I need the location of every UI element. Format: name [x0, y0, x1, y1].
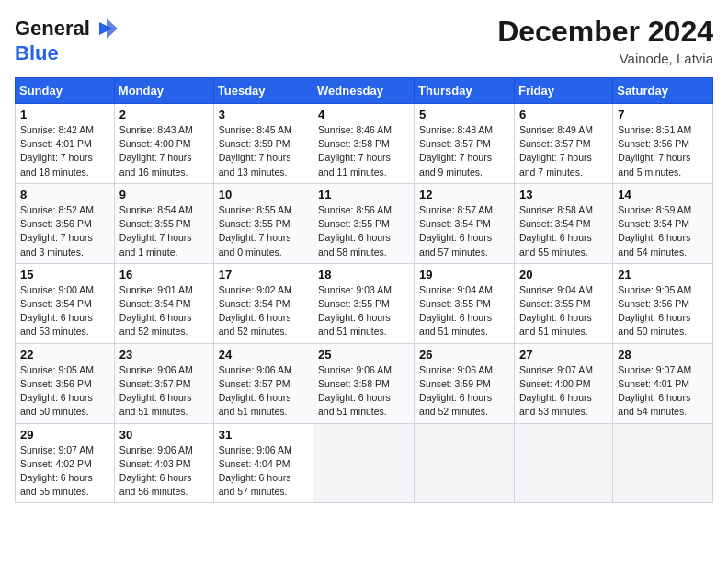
calendar-cell: 4Sunrise: 8:46 AMSunset: 3:58 PMDaylight…	[313, 104, 415, 184]
svg-marker-1	[107, 18, 118, 39]
day-info: Sunrise: 8:46 AMSunset: 3:58 PMDaylight:…	[318, 123, 409, 179]
day-number: 29	[20, 428, 109, 442]
day-info: Sunrise: 9:07 AMSunset: 4:01 PMDaylight:…	[618, 363, 708, 419]
day-number: 13	[519, 188, 608, 201]
day-info: Sunrise: 8:54 AMSunset: 3:55 PMDaylight:…	[119, 203, 209, 259]
day-info: Sunrise: 8:55 AMSunset: 3:55 PMDaylight:…	[219, 203, 308, 259]
day-number: 7	[618, 108, 708, 121]
day-number: 4	[318, 108, 409, 121]
day-info: Sunrise: 9:04 AMSunset: 3:55 PMDaylight:…	[419, 283, 509, 339]
day-info: Sunrise: 9:03 AMSunset: 3:55 PMDaylight:…	[318, 283, 409, 339]
day-number: 12	[419, 188, 509, 201]
calendar-cell: 9Sunrise: 8:54 AMSunset: 3:55 PMDaylight…	[114, 183, 213, 263]
day-number: 23	[119, 348, 209, 362]
day-number: 26	[419, 348, 509, 362]
day-number: 28	[618, 348, 708, 362]
day-info: Sunrise: 9:06 AMSunset: 3:57 PMDaylight:…	[219, 363, 308, 419]
day-number: 10	[219, 188, 308, 201]
day-number: 8	[20, 188, 109, 201]
month-title: December 2024	[497, 15, 713, 49]
calendar-cell: 28Sunrise: 9:07 AMSunset: 4:01 PMDayligh…	[613, 343, 713, 423]
week-row-3: 15Sunrise: 9:00 AMSunset: 3:54 PMDayligh…	[16, 263, 713, 343]
page-header: General Blue December 2024 Vainode, Latv…	[15, 15, 713, 66]
day-number: 27	[519, 348, 608, 362]
calendar-cell	[313, 423, 415, 503]
calendar-header-row: SundayMondayTuesdayWednesdayThursdayFrid…	[16, 78, 713, 104]
day-number: 5	[419, 108, 509, 121]
location: Vainode, Latvia	[497, 51, 713, 66]
day-info: Sunrise: 8:56 AMSunset: 3:55 PMDaylight:…	[318, 203, 409, 259]
day-number: 16	[119, 268, 209, 282]
day-info: Sunrise: 9:05 AMSunset: 3:56 PMDaylight:…	[20, 363, 109, 419]
logo-text: General	[15, 17, 90, 40]
day-info: Sunrise: 8:49 AMSunset: 3:57 PMDaylight:…	[519, 123, 608, 179]
calendar-cell	[415, 423, 515, 503]
header-friday: Friday	[514, 78, 612, 104]
calendar-cell: 31Sunrise: 9:06 AMSunset: 4:04 PMDayligh…	[213, 423, 313, 503]
header-thursday: Thursday	[415, 78, 515, 104]
day-info: Sunrise: 9:06 AMSunset: 4:04 PMDaylight:…	[219, 443, 308, 500]
calendar-cell: 7Sunrise: 8:51 AMSunset: 3:56 PMDaylight…	[613, 104, 713, 184]
calendar-cell: 17Sunrise: 9:02 AMSunset: 3:54 PMDayligh…	[213, 263, 313, 343]
logo-icon	[92, 15, 119, 42]
day-number: 2	[119, 108, 209, 121]
day-info: Sunrise: 8:45 AMSunset: 3:59 PMDaylight:…	[219, 123, 308, 179]
calendar-cell: 26Sunrise: 9:06 AMSunset: 3:59 PMDayligh…	[415, 343, 515, 423]
day-info: Sunrise: 9:00 AMSunset: 3:54 PMDaylight:…	[20, 283, 109, 339]
calendar-cell: 1Sunrise: 8:42 AMSunset: 4:01 PMDaylight…	[16, 104, 115, 184]
day-info: Sunrise: 8:48 AMSunset: 3:57 PMDaylight:…	[419, 123, 509, 179]
day-number: 22	[20, 348, 109, 362]
calendar-cell: 13Sunrise: 8:58 AMSunset: 3:54 PMDayligh…	[514, 183, 612, 263]
day-info: Sunrise: 8:58 AMSunset: 3:54 PMDaylight:…	[519, 203, 608, 259]
calendar-cell: 2Sunrise: 8:43 AMSunset: 4:00 PMDaylight…	[114, 104, 213, 184]
logo-line2: Blue	[15, 42, 119, 64]
day-number: 31	[219, 428, 308, 442]
calendar-cell: 10Sunrise: 8:55 AMSunset: 3:55 PMDayligh…	[213, 183, 313, 263]
calendar-cell: 19Sunrise: 9:04 AMSunset: 3:55 PMDayligh…	[415, 263, 515, 343]
day-info: Sunrise: 9:04 AMSunset: 3:55 PMDaylight:…	[519, 283, 608, 339]
title-block: December 2024 Vainode, Latvia	[497, 15, 713, 66]
calendar-cell	[613, 423, 713, 503]
day-info: Sunrise: 9:06 AMSunset: 4:03 PMDaylight:…	[119, 443, 209, 500]
day-info: Sunrise: 8:52 AMSunset: 3:56 PMDaylight:…	[20, 203, 109, 259]
calendar-cell: 18Sunrise: 9:03 AMSunset: 3:55 PMDayligh…	[313, 263, 415, 343]
day-number: 6	[519, 108, 608, 121]
calendar-cell: 23Sunrise: 9:06 AMSunset: 3:57 PMDayligh…	[114, 343, 213, 423]
logo: General Blue	[15, 15, 119, 64]
calendar-cell: 14Sunrise: 8:59 AMSunset: 3:54 PMDayligh…	[613, 183, 713, 263]
day-number: 18	[318, 268, 409, 282]
day-number: 24	[219, 348, 308, 362]
calendar-cell: 12Sunrise: 8:57 AMSunset: 3:54 PMDayligh…	[415, 183, 515, 263]
day-info: Sunrise: 9:02 AMSunset: 3:54 PMDaylight:…	[219, 283, 308, 339]
day-info: Sunrise: 8:57 AMSunset: 3:54 PMDaylight:…	[419, 203, 509, 259]
day-number: 30	[119, 428, 209, 442]
calendar-cell: 6Sunrise: 8:49 AMSunset: 3:57 PMDaylight…	[514, 104, 612, 184]
day-info: Sunrise: 8:59 AMSunset: 3:54 PMDaylight:…	[618, 203, 708, 259]
day-info: Sunrise: 9:07 AMSunset: 4:00 PMDaylight:…	[519, 363, 608, 419]
day-number: 14	[618, 188, 708, 201]
day-number: 25	[318, 348, 409, 362]
calendar-cell: 3Sunrise: 8:45 AMSunset: 3:59 PMDaylight…	[213, 104, 313, 184]
calendar-cell: 11Sunrise: 8:56 AMSunset: 3:55 PMDayligh…	[313, 183, 415, 263]
header-sunday: Sunday	[16, 78, 115, 104]
day-info: Sunrise: 8:43 AMSunset: 4:00 PMDaylight:…	[119, 123, 209, 179]
calendar-cell: 8Sunrise: 8:52 AMSunset: 3:56 PMDaylight…	[16, 183, 115, 263]
week-row-5: 29Sunrise: 9:07 AMSunset: 4:02 PMDayligh…	[16, 423, 713, 503]
day-number: 20	[519, 268, 608, 282]
calendar-cell: 29Sunrise: 9:07 AMSunset: 4:02 PMDayligh…	[16, 423, 115, 503]
calendar-cell: 20Sunrise: 9:04 AMSunset: 3:55 PMDayligh…	[514, 263, 612, 343]
calendar-cell: 16Sunrise: 9:01 AMSunset: 3:54 PMDayligh…	[114, 263, 213, 343]
calendar-cell: 30Sunrise: 9:06 AMSunset: 4:03 PMDayligh…	[114, 423, 213, 503]
calendar-cell: 22Sunrise: 9:05 AMSunset: 3:56 PMDayligh…	[16, 343, 115, 423]
day-number: 11	[318, 188, 409, 201]
calendar-cell: 5Sunrise: 8:48 AMSunset: 3:57 PMDaylight…	[415, 104, 515, 184]
day-info: Sunrise: 8:42 AMSunset: 4:01 PMDaylight:…	[20, 123, 109, 179]
day-number: 3	[219, 108, 308, 121]
day-info: Sunrise: 9:07 AMSunset: 4:02 PMDaylight:…	[20, 443, 109, 500]
header-tuesday: Tuesday	[213, 78, 313, 104]
week-row-1: 1Sunrise: 8:42 AMSunset: 4:01 PMDaylight…	[16, 104, 713, 184]
week-row-2: 8Sunrise: 8:52 AMSunset: 3:56 PMDaylight…	[16, 183, 713, 263]
day-number: 19	[419, 268, 509, 282]
header-wednesday: Wednesday	[313, 78, 415, 104]
week-row-4: 22Sunrise: 9:05 AMSunset: 3:56 PMDayligh…	[16, 343, 713, 423]
